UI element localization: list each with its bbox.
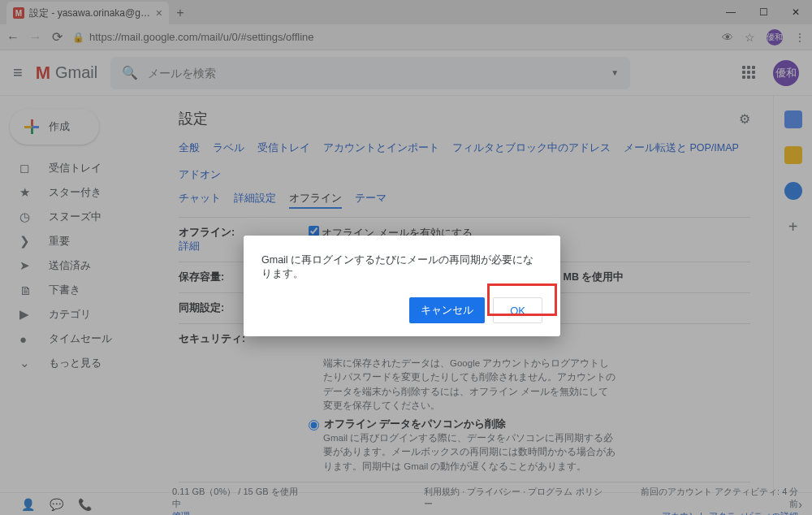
- dialog-cancel-button[interactable]: キャンセル: [409, 297, 485, 323]
- ok-button-highlight: [487, 283, 557, 316]
- dialog-message: Gmail に再ログインするたびにメールの再同期が必要になります。: [261, 253, 542, 281]
